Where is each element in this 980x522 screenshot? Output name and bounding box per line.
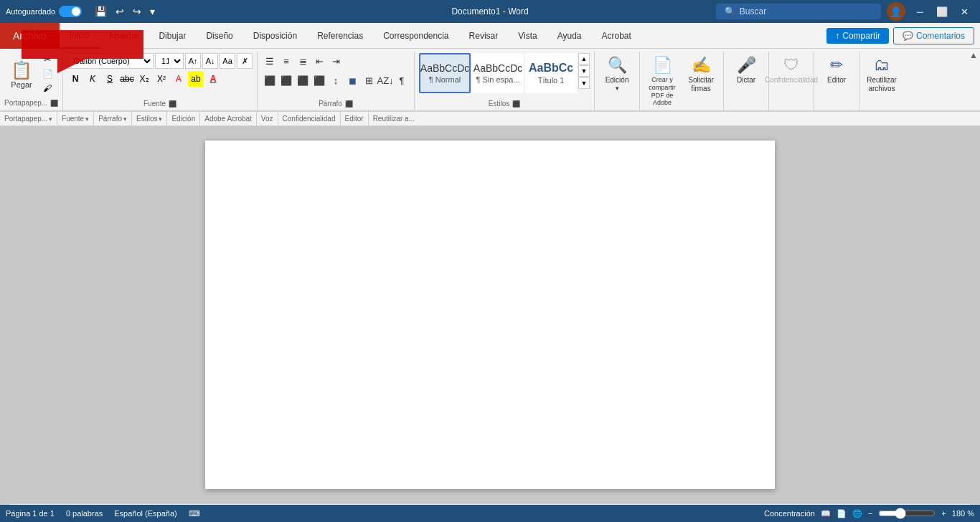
tab-referencias[interactable]: Referencias bbox=[307, 23, 373, 49]
align-right-button[interactable]: ⬛ bbox=[295, 72, 311, 88]
tab-insertar[interactable]: Insertar bbox=[100, 23, 149, 49]
font-size-select[interactable]: 11 bbox=[155, 53, 184, 69]
strikethrough-button[interactable]: abc bbox=[119, 71, 135, 87]
clipboard-small-buttons: ✂ 📄 🖌 bbox=[40, 53, 55, 96]
confidencialidad-button[interactable]: 🛡 Confidencialidad bbox=[773, 53, 809, 96]
status-bar: Página 1 de 1 0 palabras Español (España… bbox=[0, 505, 980, 522]
edicion-dropdown-icon: ▾ bbox=[616, 85, 619, 92]
style-scroll-buttons: ▲ ▼ ▼ bbox=[578, 53, 590, 89]
shading-button[interactable]: ◼ bbox=[344, 72, 360, 88]
tab-ayuda[interactable]: Ayuda bbox=[547, 23, 592, 49]
tab-inicio[interactable]: Inicio bbox=[60, 23, 100, 49]
view-icon-read[interactable]: 📖 bbox=[821, 509, 831, 518]
estilos-settings-icon[interactable]: ▾ bbox=[159, 115, 162, 123]
style-scroll-down[interactable]: ▼ bbox=[578, 65, 590, 77]
view-icon-web[interactable]: 🌐 bbox=[852, 509, 862, 518]
document-page[interactable] bbox=[205, 141, 775, 489]
edicion-group: 🔍 Edición ▾ bbox=[595, 52, 640, 110]
style-scroll-up[interactable]: ▲ bbox=[578, 53, 590, 65]
view-icon-print[interactable]: 📄 bbox=[837, 509, 847, 518]
fuente-settings-icon[interactable]: ▾ bbox=[85, 115, 89, 123]
editor-button[interactable]: ✏ Editor bbox=[819, 53, 854, 96]
font-color-button[interactable]: A bbox=[171, 71, 187, 87]
tab-acrobat[interactable]: Acrobat bbox=[592, 23, 641, 49]
accessibility-icon: ⌨ bbox=[189, 509, 200, 518]
estilos-expand-icon[interactable]: ⬛ bbox=[512, 100, 520, 108]
archivo-button[interactable]: Archivo bbox=[0, 23, 60, 49]
close-button[interactable]: ✕ bbox=[955, 0, 974, 23]
justify-button[interactable]: ⬛ bbox=[311, 72, 327, 88]
undo-button[interactable]: ↩ bbox=[113, 4, 127, 19]
comments-button[interactable]: 💬 Comentarios bbox=[893, 27, 974, 44]
crear-compartir-pdf-button[interactable]: 📄 Crear y compartirPDF de Adobe bbox=[644, 53, 680, 107]
search-bar[interactable]: 🔍 bbox=[716, 4, 881, 19]
zoom-slider[interactable] bbox=[878, 508, 936, 519]
style-sin-espacio[interactable]: AaBbCcDc ¶ Sin espa... bbox=[472, 53, 524, 93]
dictar-button[interactable]: 🎤 Dictar bbox=[728, 53, 764, 96]
search-input[interactable] bbox=[740, 6, 869, 16]
fuente-expand-icon[interactable]: ⬛ bbox=[169, 100, 176, 108]
line-spacing-button[interactable]: ↕ bbox=[328, 72, 344, 88]
italic-button[interactable]: K bbox=[85, 71, 100, 87]
reutilizar-icon: 🗂 bbox=[874, 56, 890, 75]
tab-correspondencia[interactable]: Correspondencia bbox=[373, 23, 458, 49]
paste-button[interactable]: 📋 Pegar bbox=[4, 53, 39, 96]
tab-dibujar[interactable]: Dibujar bbox=[149, 23, 196, 49]
tab-revisar[interactable]: Revisar bbox=[459, 23, 509, 49]
borders-button[interactable]: ⊞ bbox=[361, 72, 377, 88]
zoom-minus-button[interactable]: − bbox=[868, 509, 872, 518]
font-name-select[interactable]: Calibri (Cuerpo) bbox=[67, 53, 154, 69]
align-center-button[interactable]: ⬛ bbox=[278, 72, 294, 88]
multilevel-list-button[interactable]: ≣ bbox=[295, 53, 311, 69]
style-normal[interactable]: AaBbCcDc ¶ Normal bbox=[419, 53, 471, 93]
reutilizar-archivos-button[interactable]: 🗂 Reutilizar archivos bbox=[864, 53, 900, 96]
style-titulo1[interactable]: AaBbCc Título 1 bbox=[525, 53, 577, 93]
style-more[interactable]: ▼ bbox=[578, 77, 590, 89]
parrafo-settings-icon[interactable]: ▾ bbox=[123, 115, 127, 123]
clear-format-button[interactable]: ✗ bbox=[237, 53, 253, 69]
change-case-button[interactable]: Aa bbox=[220, 53, 235, 69]
conf-bottom-label: Confidencialidad bbox=[278, 112, 341, 125]
underline-button[interactable]: S bbox=[102, 71, 118, 87]
tab-diseno[interactable]: Diseño bbox=[196, 23, 242, 49]
concentration-button[interactable]: Concentración bbox=[764, 509, 815, 518]
minimize-button[interactable]: ─ bbox=[911, 0, 929, 23]
share-button[interactable]: ↑ Compartir bbox=[826, 28, 889, 44]
para-list-row: ☰ ≡ ≣ ⇤ ⇥ bbox=[262, 53, 410, 69]
format-painter-button[interactable]: 🖌 bbox=[40, 82, 55, 95]
copy-button[interactable]: 📄 bbox=[40, 67, 55, 80]
edicion-bottom-label: Edición bbox=[167, 112, 200, 125]
redo-button[interactable]: ↪ bbox=[130, 4, 144, 19]
edicion-button[interactable]: 🔍 Edición ▾ bbox=[599, 53, 635, 96]
text-color-button[interactable]: A bbox=[205, 71, 221, 87]
restore-button[interactable]: ⬜ bbox=[930, 0, 953, 23]
align-left-button[interactable]: ⬛ bbox=[262, 72, 278, 88]
tab-disposicion[interactable]: Disposición bbox=[243, 23, 307, 49]
tab-vista[interactable]: Vista bbox=[508, 23, 547, 49]
parrafo-label: Párrafo ⬛ bbox=[262, 97, 410, 109]
zoom-plus-button[interactable]: + bbox=[941, 509, 946, 518]
decrease-indent-button[interactable]: ⇤ bbox=[311, 53, 327, 69]
bold-button[interactable]: N bbox=[67, 71, 83, 87]
font-increase-button[interactable]: A↑ bbox=[185, 53, 201, 69]
collapse-ribbon-button[interactable]: ▲ bbox=[967, 49, 980, 62]
parrafo-expand-icon[interactable]: ⬛ bbox=[345, 100, 353, 108]
font-decrease-button[interactable]: A↓ bbox=[202, 53, 218, 69]
subscript-button[interactable]: X₂ bbox=[136, 71, 152, 87]
solicitar-firmas-button[interactable]: ✍ Solicitar firmas bbox=[683, 53, 719, 96]
highlight-button[interactable]: ab bbox=[188, 71, 204, 87]
portapapeles-settings-icon[interactable]: ▾ bbox=[49, 115, 52, 123]
save-button[interactable]: 💾 bbox=[92, 4, 110, 19]
document-area[interactable] bbox=[0, 126, 980, 503]
autosave-toggle[interactable] bbox=[59, 6, 82, 17]
superscript-button[interactable]: X² bbox=[154, 71, 169, 87]
show-marks-button[interactable]: ¶ bbox=[394, 72, 410, 88]
increase-indent-button[interactable]: ⇥ bbox=[328, 53, 344, 69]
crear-pdf-label: Crear y compartirPDF de Adobe bbox=[644, 76, 680, 107]
portapapeles-expand-icon[interactable]: ⬛ bbox=[50, 100, 58, 107]
numbering-button[interactable]: ≡ bbox=[278, 53, 294, 69]
customize-quick-access-button[interactable]: ▾ bbox=[147, 4, 158, 19]
sort-button[interactable]: AZ↓ bbox=[377, 72, 393, 88]
bullets-button[interactable]: ☰ bbox=[262, 53, 278, 69]
cut-button[interactable]: ✂ bbox=[40, 53, 55, 66]
